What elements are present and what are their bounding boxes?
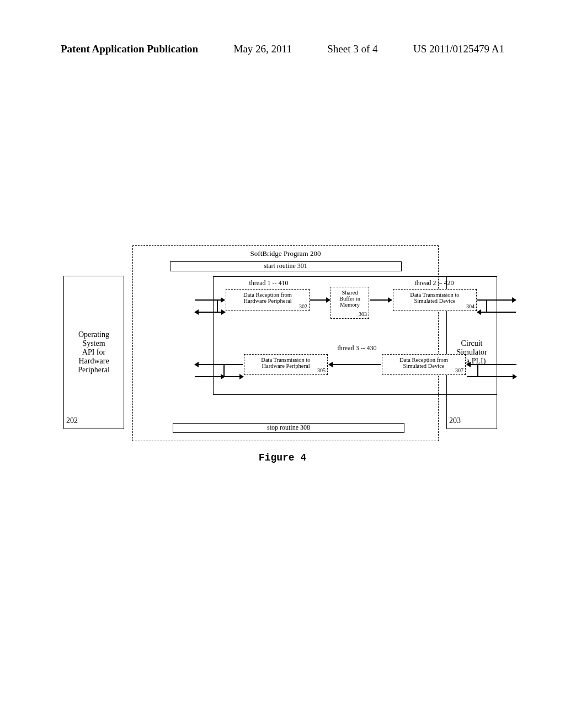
header-docnumber: US 2011/0125479 A1 — [413, 43, 504, 55]
block-307: Data Reception from Simulated Device 307 — [382, 354, 466, 375]
vline-right-bottom — [477, 364, 478, 377]
arrow-vline-305 — [223, 376, 243, 377]
arrow-vline-to-302b — [217, 312, 225, 313]
arrow-307-to-sim — [467, 376, 516, 377]
block-302: Data Reception from Hardware Peripheral … — [226, 289, 310, 311]
page-header: Patent Application Publication May 26, 2… — [61, 43, 504, 55]
vline-right-top — [486, 299, 487, 313]
vline-left-bottom — [223, 364, 225, 377]
block-304: Data Transmission to Simulated Device 30… — [393, 289, 477, 311]
softbridge-title: SoftBridge Program 200 — [133, 249, 438, 258]
mainflow-box: thread 1 -- 410 thread 2 -- 420 thread 3… — [213, 276, 497, 395]
block-303-num: 303 — [359, 311, 367, 317]
arrow-vline-to-304b — [477, 312, 487, 313]
os-api-box: Operating System API for Hardware Periph… — [63, 276, 124, 429]
block-304-text: Data Transmission to Simulated Device — [393, 290, 476, 304]
arrow-api-to-302 — [195, 299, 225, 301]
thread2-label: thread 2 -- 420 — [409, 279, 459, 287]
header-date: May 26, 2011 — [234, 43, 292, 55]
header-sheet: Sheet 3 of 4 — [327, 43, 377, 55]
block-307-num: 307 — [455, 367, 463, 373]
circuit-simulator-num: 203 — [449, 416, 461, 425]
figure-caption: Figure 4 — [0, 452, 565, 463]
arrow-307-to-305 — [329, 364, 381, 365]
arrow-304-to-sim — [477, 299, 516, 301]
os-api-num: 202 — [66, 416, 78, 425]
block-303-text: Shared Buffer in Memory — [331, 287, 369, 308]
arrow-303-to-304 — [370, 299, 392, 301]
block-305-text: Data Transmission to Hardware Peripheral — [244, 355, 327, 369]
os-api-label: Operating System API for Hardware Periph… — [78, 330, 110, 374]
arrow-sim-to-307 — [467, 364, 516, 365]
header-publication: Patent Application Publication — [61, 43, 198, 55]
stop-routine: stop routine 308 — [173, 423, 404, 433]
block-305-num: 305 — [317, 367, 326, 373]
block-302-text: Data Reception from Hardware Peripheral — [226, 290, 309, 304]
block-303: Shared Buffer in Memory 303 — [331, 287, 369, 319]
block-302-num: 302 — [299, 303, 307, 309]
block-307-text: Data Reception from Simulated Device — [382, 355, 465, 369]
thread3-label: thread 3 -- 430 — [329, 344, 385, 352]
vline-left-top — [217, 299, 218, 313]
arrow-305-to-api — [195, 364, 243, 365]
start-routine: start routine 301 — [170, 261, 402, 271]
thread1-label: thread 1 -- 410 — [244, 279, 294, 287]
arrow-api-to-305b — [195, 376, 225, 377]
figure-diagram: Operating System API for Hardware Periph… — [63, 245, 499, 466]
block-304-num: 304 — [466, 303, 475, 309]
block-305: Data Transmission to Hardware Peripheral… — [244, 354, 328, 375]
softbridge-container: SoftBridge Program 200 start routine 301… — [132, 245, 439, 441]
arrow-302-to-303 — [310, 299, 330, 301]
arrow-302-to-api — [195, 312, 218, 313]
